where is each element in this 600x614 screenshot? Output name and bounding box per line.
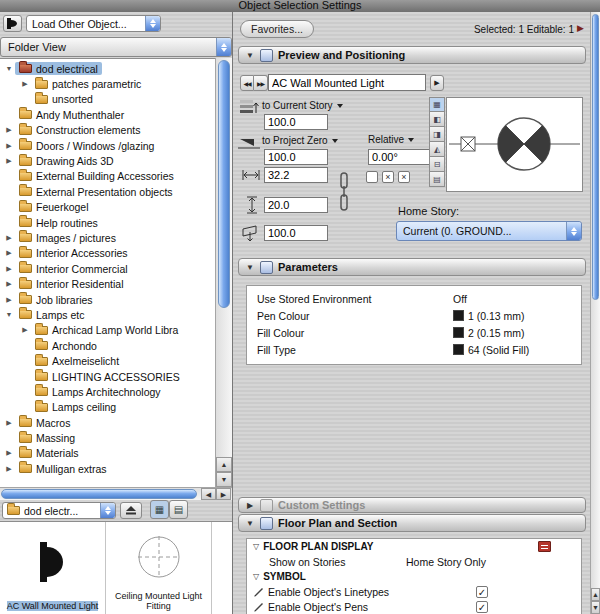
disclosure-right-icon[interactable]: ▶ [19,326,31,334]
tree-item[interactable]: ▶Construction elements [0,123,215,138]
tree-item[interactable]: ▶Doors / Windows /glazing [0,138,215,153]
tree-vertical-scrollbar[interactable]: ▲ ▼ [215,58,232,487]
floor-plan-row[interactable]: ▽FLOOR PLAN DISPLAY [247,539,581,554]
tree-item[interactable]: ▶Mulligan extras [0,461,215,476]
tree-item[interactable]: Axelmeiselicht [0,353,215,368]
next-object-button[interactable]: ▶▶ [254,75,268,91]
rotation-angle-field[interactable] [368,149,432,165]
link-dimensions-icon[interactable] [338,170,350,216]
tree-horizontal-scrollbar[interactable]: ◀ ▶ [0,487,232,500]
object-height-field[interactable] [264,225,328,241]
tree-item[interactable]: Archondo [0,338,215,353]
tree-item[interactable]: Feuerkogel [0,200,215,215]
tree-item[interactable]: ▶Archicad Lamp World Libra [0,323,215,338]
disclosure-right-icon[interactable]: ▶ [19,80,31,88]
scroll-up-button[interactable]: ▲ [591,588,600,601]
object-depth-field[interactable] [264,197,328,213]
section-header-custom-settings[interactable]: ▶ Custom Settings [238,497,586,513]
floor-plan-row[interactable]: ▽SYMBOL [247,569,581,584]
current-folder-dropdown[interactable]: dod electr... [2,502,116,519]
to-project-zero-dropdown[interactable]: to Project Zero [262,135,338,146]
scroll-left-button[interactable]: ◀ [201,488,216,500]
tree-item[interactable]: ▶Materials [0,446,215,461]
tree-item[interactable]: ▶Interior Accessories [0,246,215,261]
thumbnails-view-button[interactable]: ▦ [150,500,169,519]
tree-item[interactable]: Lamps ceiling [0,400,215,415]
tree-item[interactable]: ▼Lamps etc [0,307,215,322]
to-current-story-dropdown[interactable]: to Current Story [262,100,343,111]
tree-item[interactable]: LIGHTING ACCESSORIES [0,369,215,384]
tree-item[interactable]: ▶Interior Commercial [0,261,215,276]
object-preview-item[interactable]: Ceiling Mounted Light Fitting [106,522,212,614]
tree-item[interactable]: ▶Job libraries [0,292,215,307]
section-header-parameters[interactable]: ▼ Parameters [238,258,586,276]
object-preview-item[interactable]: AC Wall Mounted Light [0,522,106,614]
tree-item[interactable]: External Presentation objects [0,184,215,199]
window-titlebar[interactable]: Object Selection Settings [0,0,600,12]
disclosure-down-icon[interactable]: ▼ [245,51,255,60]
checkbox[interactable]: ✓ [476,601,488,613]
tree-item[interactable]: unsorted [0,92,215,107]
relative-angle-dropdown[interactable]: Relative [368,134,414,145]
tree-item[interactable]: ▶Drawing Aids 3D [0,153,215,168]
disclosure-right-icon[interactable]: ▶ [3,142,15,150]
section-view-button[interactable]: ⊟ [429,157,445,172]
scrollbar-thumb[interactable] [1,489,197,499]
scroll-down-button[interactable]: ▼ [591,601,600,614]
parameter-row[interactable]: Use Stored EnvironmentOff [247,290,581,307]
tree-item[interactable]: Lamps Architechnology [0,384,215,399]
disclosure-down-icon[interactable]: ▼ [245,519,255,528]
scrollbar-thumb[interactable] [218,60,230,308]
favorites-button[interactable]: Favorites... [240,20,314,38]
disclosure-down-icon[interactable]: ▼ [3,65,15,72]
disclosure-right-icon[interactable]: ▶ [3,249,15,257]
tree-item[interactable]: External Building Accessories [0,169,215,184]
to-current-story-value-field[interactable] [264,114,328,130]
tree-item[interactable]: ▶Images / pictures [0,230,215,245]
front-view-button[interactable]: ◧ [429,112,445,127]
scroll-down-button[interactable]: ▼ [216,472,232,487]
name-flyout-button[interactable]: ▶ [430,75,444,91]
plan-view-button[interactable]: ▦ [429,97,445,112]
disclosure-right-icon[interactable]: ▶ [3,419,15,427]
to-project-zero-value-field[interactable] [264,149,328,165]
preview-info-button[interactable]: ▤ [429,172,445,187]
disclosure-right-icon[interactable]: ▶ [3,296,15,304]
object-name-field[interactable] [268,74,426,91]
load-other-object-dropdown[interactable]: Load Other Object... [26,15,161,32]
tree-item[interactable]: Massing [0,430,215,445]
previous-object-button[interactable]: ◀◀ [240,75,254,91]
home-story-dropdown[interactable]: Current (0. GROUND... [396,221,582,241]
3d-view-button[interactable]: ◭ [429,142,445,157]
disclosure-down-icon[interactable]: ▼ [3,311,15,318]
window-vertical-scrollbar[interactable]: ▲ ▼ [590,12,600,614]
disclosure-right-icon[interactable]: ▶ [245,501,255,510]
parameter-row[interactable]: Fill Colour2 (0.15 mm) [247,324,581,341]
object-type-icon-button[interactable] [3,15,22,32]
tree-item[interactable]: ▶Macros [0,415,215,430]
object-width-field[interactable] [264,167,328,183]
disclosure-right-icon[interactable]: ▶ [3,126,15,134]
disclosure-right-icon[interactable]: ▶ [3,265,15,273]
group-disclosure-icon[interactable]: ▽ [253,572,259,581]
group-disclosure-icon[interactable]: ▽ [253,542,259,551]
floor-plan-row[interactable]: Enable Object's Linetypes✓ [247,584,581,599]
section-header-preview-positioning[interactable]: ▼ Preview and Positioning [238,46,586,64]
tree-item[interactable]: ▼dod electrical [0,61,215,76]
checkbox[interactable]: ✓ [476,586,488,598]
disclosure-right-icon[interactable]: ▶ [3,234,15,242]
position-option-1-checkbox[interactable] [366,171,378,183]
section-header-floor-plan-and-section[interactable]: ▼ Floor Plan and Section [238,514,586,532]
scrollbar-thumb[interactable] [592,14,599,300]
floor-plan-row[interactable]: Enable Object's Pens✓ [247,599,581,614]
tree-item[interactable]: ▶patches parametric [0,76,215,91]
position-option-2-checkbox[interactable]: × [382,171,394,183]
tree-item[interactable]: ▶Interior Residential [0,276,215,291]
tree-item[interactable]: Help routines [0,215,215,230]
list-view-button[interactable]: ▤ [169,500,188,519]
scroll-up-button[interactable]: ▲ [216,457,232,472]
floor-plan-row[interactable]: Show on StoriesHome Story Only [247,554,581,569]
disclosure-down-icon[interactable]: ▼ [245,263,255,272]
disclosure-right-icon[interactable]: ▶ [3,449,15,457]
disclosure-right-icon[interactable]: ▶ [3,280,15,288]
